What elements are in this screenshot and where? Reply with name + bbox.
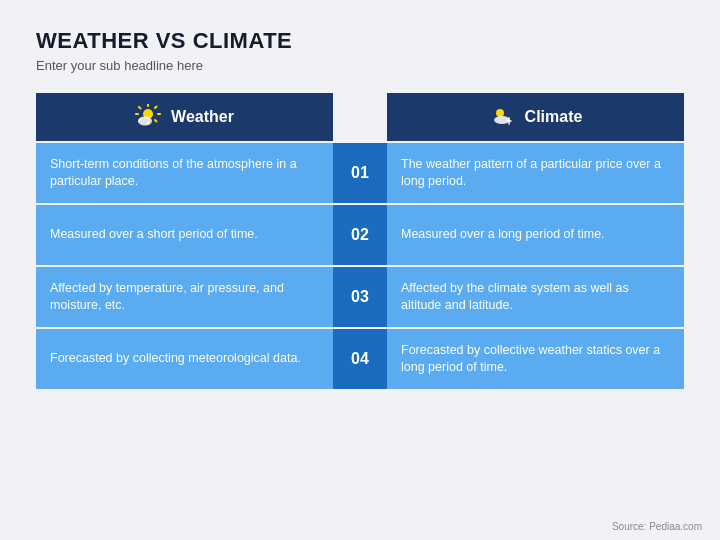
comparison-wrapper: Weather Short-term conditions of the atm…: [36, 93, 684, 391]
number-cell-4: 04: [333, 329, 387, 389]
climate-column: Climate The weather pattern of a particu…: [387, 93, 684, 391]
climate-row-2: Measured over a long period of time.: [387, 205, 684, 265]
svg-line-8: [155, 106, 157, 108]
main-title: WEATHER VS CLIMATE: [36, 28, 684, 54]
weather-row-4: Forecasted by collecting meteorological …: [36, 329, 333, 389]
svg-point-10: [496, 109, 504, 117]
svg-point-9: [138, 116, 152, 125]
climate-cell-1: The weather pattern of a particular pric…: [387, 143, 684, 203]
climate-cell-4: Forecasted by collective weather statics…: [387, 329, 684, 389]
svg-line-6: [155, 120, 157, 122]
climate-header-label: Climate: [525, 108, 583, 126]
weather-column: Weather Short-term conditions of the atm…: [36, 93, 333, 391]
climate-cell-3: Affected by the climate system as well a…: [387, 267, 684, 327]
climate-header: Climate: [387, 93, 684, 141]
page: WEATHER VS CLIMATE Enter your sub headli…: [0, 0, 720, 540]
number-cell-1: 01: [333, 143, 387, 203]
center-row-3: 03: [333, 267, 387, 327]
center-header-spacer: [333, 93, 387, 141]
climate-icon: [489, 104, 515, 131]
number-cell-2: 02: [333, 205, 387, 265]
sub-headline: Enter your sub headline here: [36, 58, 684, 73]
climate-row-4: Forecasted by collective weather statics…: [387, 329, 684, 389]
svg-point-11: [494, 116, 510, 124]
weather-header: Weather: [36, 93, 333, 141]
center-column: 01 02 03 04: [333, 93, 387, 391]
weather-row-2: Measured over a short period of time.: [36, 205, 333, 265]
climate-cell-2: Measured over a long period of time.: [387, 205, 684, 265]
svg-line-5: [139, 107, 141, 109]
number-cell-3: 03: [333, 267, 387, 327]
weather-header-label: Weather: [171, 108, 234, 126]
center-row-4: 04: [333, 329, 387, 389]
weather-cell-1: Short-term conditions of the atmosphere …: [36, 143, 333, 203]
weather-row-3: Affected by temperature, air pressure, a…: [36, 267, 333, 327]
climate-row-3: Affected by the climate system as well a…: [387, 267, 684, 327]
weather-cell-2: Measured over a short period of time.: [36, 205, 333, 265]
weather-cell-3: Affected by temperature, air pressure, a…: [36, 267, 333, 327]
source-text: Source: Pediaa.com: [612, 521, 702, 532]
weather-cell-4: Forecasted by collecting meteorological …: [36, 329, 333, 389]
center-row-2: 02: [333, 205, 387, 265]
climate-row-1: The weather pattern of a particular pric…: [387, 143, 684, 203]
center-row-1: 01: [333, 143, 387, 203]
weather-row-1: Short-term conditions of the atmosphere …: [36, 143, 333, 203]
weather-icon: [135, 104, 161, 131]
